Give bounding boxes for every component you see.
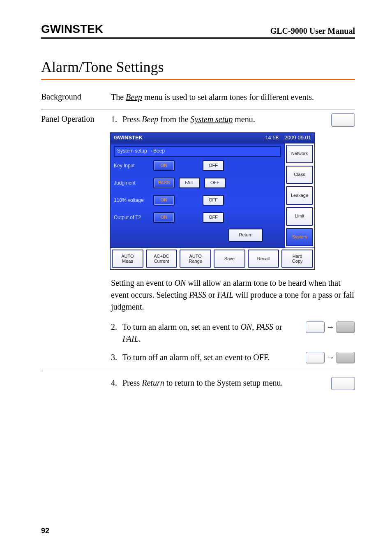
beep-term: Beep bbox=[126, 92, 142, 102]
section-title: Alarm/Tone Settings bbox=[41, 58, 355, 80]
arrow-icon: → bbox=[326, 321, 334, 333]
device-time: 14:58 bbox=[265, 134, 279, 142]
setting-row-key-input: Key Input ON OFF bbox=[114, 157, 281, 174]
device-screenshot: GWINSTEK 14:58 2009.09.01 System setup →… bbox=[110, 132, 315, 270]
text: Press bbox=[122, 378, 142, 387]
background-text: The Beep menu is used to set alarm tones… bbox=[111, 91, 355, 103]
option-off[interactable]: OFF bbox=[203, 160, 224, 171]
softkey-icon bbox=[306, 352, 325, 363]
beep-term: Beep bbox=[142, 115, 158, 124]
text: The bbox=[111, 92, 126, 102]
manual-title: GLC-9000 User Manual bbox=[270, 26, 355, 36]
side-class[interactable]: Class bbox=[286, 166, 313, 184]
setting-name: Judgment bbox=[114, 180, 153, 187]
bottom-menu: AUTOMeas AC+DCCurrent AUTORange Save Rec… bbox=[110, 248, 315, 270]
softkey-icon bbox=[331, 377, 355, 390]
return-term: Return bbox=[142, 378, 164, 387]
setting-name: Output of T2 bbox=[114, 214, 153, 221]
softkey-icon bbox=[331, 113, 355, 127]
option-on[interactable]: ON bbox=[153, 195, 175, 206]
page-number: 92 bbox=[41, 527, 49, 535]
fail-term: FAIL bbox=[122, 334, 139, 343]
background-label: Background bbox=[41, 91, 111, 103]
page-header: GWINSTEK GLC-9000 User Manual bbox=[41, 23, 355, 39]
option-off[interactable]: OFF bbox=[203, 195, 224, 206]
setting-name: 110% voltage bbox=[114, 197, 153, 204]
brand-logo: GWINSTEK bbox=[41, 23, 103, 36]
breadcrumb: System setup →Beep bbox=[114, 146, 281, 157]
step-number: 4. bbox=[111, 377, 122, 389]
option-pass[interactable]: PASS bbox=[153, 178, 175, 188]
setting-row-110-voltage: 110% voltage ON OFF bbox=[114, 192, 281, 209]
option-on[interactable]: ON bbox=[153, 160, 175, 171]
option-fail[interactable]: FAIL bbox=[179, 178, 200, 188]
text: , bbox=[252, 322, 256, 331]
step-4-text: Press Return to return to the System set… bbox=[122, 377, 293, 389]
panel-operation-label: Panel Operation bbox=[41, 113, 111, 365]
step-2-text: To turn an alarm on, set an event to ON,… bbox=[122, 321, 293, 345]
text: menu. bbox=[233, 115, 255, 124]
pass-term: PASS bbox=[256, 322, 273, 331]
side-system[interactable]: System bbox=[286, 228, 313, 247]
setting-row-judgment: Judgment PASS FAIL OFF bbox=[114, 174, 281, 192]
text: Setting an event to bbox=[111, 278, 174, 287]
pass-term: PASS bbox=[189, 290, 206, 299]
step-number: 1. bbox=[111, 113, 122, 125]
on-term: ON bbox=[240, 322, 252, 331]
text: menu is used to set alarm tones for diff… bbox=[142, 92, 314, 102]
bottom-hard-copy[interactable]: HardCopy bbox=[281, 250, 313, 268]
option-off[interactable]: OFF bbox=[204, 178, 226, 188]
step-1-text: Press Beep from the System setup menu. bbox=[122, 113, 293, 125]
fail-term: FAIL bbox=[217, 290, 233, 299]
arrow-icon: → bbox=[326, 352, 334, 363]
softkey-icon bbox=[306, 321, 325, 333]
explanatory-paragraph: Setting an event to ON will allow an ala… bbox=[111, 277, 355, 313]
option-off[interactable]: OFF bbox=[203, 212, 224, 223]
text: . bbox=[139, 334, 141, 343]
setting-name: Key Input bbox=[114, 162, 153, 169]
side-limit[interactable]: Limit bbox=[286, 207, 313, 226]
bottom-recall[interactable]: Recall bbox=[248, 250, 279, 268]
device-brand: GWINSTEK bbox=[114, 134, 143, 142]
step-number: 2. bbox=[111, 321, 122, 345]
text: from the bbox=[158, 115, 190, 124]
device-date: 2009.09.01 bbox=[284, 134, 311, 142]
option-on[interactable]: ON bbox=[153, 212, 175, 223]
text: To turn an alarm on, set an event to bbox=[122, 322, 240, 331]
side-leakage[interactable]: Leakage bbox=[286, 186, 313, 205]
bottom-auto-meas[interactable]: AUTOMeas bbox=[112, 250, 143, 268]
step-number: 3. bbox=[111, 352, 122, 363]
text: or bbox=[206, 290, 217, 299]
bottom-auto-range[interactable]: AUTORange bbox=[180, 250, 211, 268]
step-3-text: To turn off an alarm off, set an event t… bbox=[122, 352, 293, 363]
softkey-icon bbox=[336, 321, 355, 333]
bottom-acdc-current[interactable]: AC+DCCurrent bbox=[146, 250, 178, 268]
bottom-save[interactable]: Save bbox=[214, 250, 245, 268]
text: or bbox=[273, 322, 282, 331]
system-setup-term: System setup bbox=[191, 115, 233, 124]
side-menu: Network Class Leakage Limit System bbox=[284, 143, 314, 247]
on-term: ON bbox=[174, 278, 186, 287]
setting-row-output-t2: Output of T2 ON OFF bbox=[114, 209, 281, 226]
return-button[interactable]: Return bbox=[228, 229, 263, 242]
text: to return to the System setup menu. bbox=[164, 378, 283, 387]
softkey-icon bbox=[336, 352, 355, 363]
text: Press bbox=[122, 115, 142, 124]
side-network[interactable]: Network bbox=[286, 145, 313, 163]
